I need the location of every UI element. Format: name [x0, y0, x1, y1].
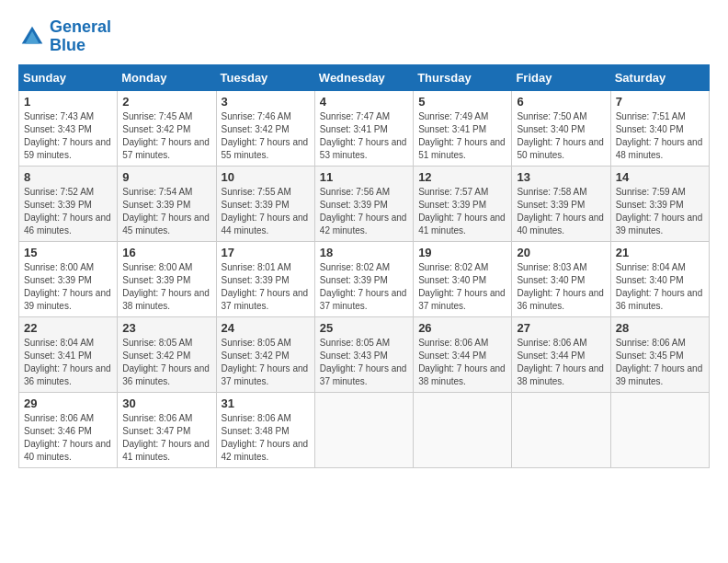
sunrise-label: Sunrise: 8:06 AM: [418, 338, 488, 348]
calendar-header-row: SundayMondayTuesdayWednesdayThursdayFrid…: [19, 64, 710, 90]
day-info: Sunrise: 7:50 AM Sunset: 3:40 PM Dayligh…: [517, 110, 605, 162]
daylight-label: Daylight: 7 hours and 48 minutes.: [616, 137, 703, 160]
calendar-cell: 2 Sunrise: 7:45 AM Sunset: 3:42 PM Dayli…: [118, 90, 216, 166]
day-info: Sunrise: 8:05 AM Sunset: 3:43 PM Dayligh…: [320, 337, 408, 388]
day-number: 6: [517, 95, 605, 109]
day-info: Sunrise: 7:59 AM Sunset: 3:39 PM Dayligh…: [616, 186, 704, 237]
daylight-label: Daylight: 7 hours and 42 minutes.: [222, 439, 309, 462]
daylight-label: Daylight: 7 hours and 45 minutes.: [122, 213, 210, 236]
calendar-cell: 13 Sunrise: 7:58 AM Sunset: 3:39 PM Dayl…: [512, 166, 610, 241]
sunset-label: Sunset: 3:41 PM: [418, 124, 486, 134]
sunrise-label: Sunrise: 7:59 AM: [616, 187, 686, 197]
calendar-cell: 17 Sunrise: 8:01 AM Sunset: 3:39 PM Dayl…: [216, 241, 314, 316]
sunrise-label: Sunrise: 7:54 AM: [122, 187, 192, 197]
day-info: Sunrise: 8:06 AM Sunset: 3:44 PM Dayligh…: [517, 337, 605, 388]
daylight-label: Daylight: 7 hours and 46 minutes.: [24, 213, 111, 236]
sunrise-label: Sunrise: 8:06 AM: [616, 338, 686, 348]
daylight-label: Daylight: 7 hours and 53 minutes.: [320, 137, 407, 160]
calendar-week-row: 29 Sunrise: 8:06 AM Sunset: 3:46 PM Dayl…: [19, 392, 710, 467]
day-number: 30: [122, 396, 210, 410]
sunset-label: Sunset: 3:40 PM: [616, 124, 684, 134]
day-number: 16: [122, 246, 210, 259]
day-number: 9: [122, 170, 210, 184]
day-number: 27: [517, 321, 605, 335]
day-number: 7: [616, 95, 704, 109]
sunrise-label: Sunrise: 8:00 AM: [122, 262, 192, 272]
logo-text: General Blue: [50, 18, 111, 55]
sunrise-label: Sunrise: 8:06 AM: [517, 338, 586, 348]
sunset-label: Sunset: 3:46 PM: [24, 426, 92, 436]
day-info: Sunrise: 7:46 AM Sunset: 3:42 PM Dayligh…: [222, 110, 310, 162]
day-number: 28: [616, 321, 704, 335]
sunset-label: Sunset: 3:39 PM: [24, 200, 92, 210]
daylight-label: Daylight: 7 hours and 36 minutes.: [122, 363, 210, 386]
day-info: Sunrise: 7:47 AM Sunset: 3:41 PM Dayligh…: [320, 110, 408, 162]
sunrise-label: Sunrise: 8:02 AM: [418, 262, 488, 272]
day-info: Sunrise: 7:45 AM Sunset: 3:42 PM Dayligh…: [122, 110, 210, 162]
weekday-header: Tuesday: [216, 64, 314, 90]
sunset-label: Sunset: 3:44 PM: [418, 350, 486, 361]
day-number: 3: [222, 95, 310, 109]
day-number: 4: [320, 95, 408, 109]
daylight-label: Daylight: 7 hours and 50 minutes.: [517, 137, 604, 160]
calendar-cell: 22 Sunrise: 8:04 AM Sunset: 3:41 PM Dayl…: [19, 316, 118, 392]
sunset-label: Sunset: 3:39 PM: [418, 200, 486, 210]
day-number: 17: [222, 246, 310, 259]
sunset-label: Sunset: 3:42 PM: [122, 124, 190, 134]
daylight-label: Daylight: 7 hours and 38 minutes.: [122, 288, 210, 311]
day-number: 15: [24, 246, 112, 259]
page-header: General Blue: [18, 18, 710, 55]
calendar-cell: 24 Sunrise: 8:05 AM Sunset: 3:42 PM Dayl…: [216, 316, 314, 392]
calendar-cell: 12 Sunrise: 7:57 AM Sunset: 3:39 PM Dayl…: [414, 166, 512, 241]
logo-icon: [18, 23, 46, 51]
sunset-label: Sunset: 3:42 PM: [222, 350, 290, 361]
sunset-label: Sunset: 3:40 PM: [517, 275, 585, 285]
calendar-week-row: 8 Sunrise: 7:52 AM Sunset: 3:39 PM Dayli…: [19, 166, 710, 241]
sunrise-label: Sunrise: 7:51 AM: [616, 111, 686, 121]
daylight-label: Daylight: 7 hours and 40 minutes.: [517, 213, 604, 236]
day-info: Sunrise: 7:51 AM Sunset: 3:40 PM Dayligh…: [616, 110, 704, 162]
day-number: 14: [616, 170, 704, 184]
day-number: 31: [222, 396, 310, 410]
calendar-cell: [414, 392, 512, 467]
sunset-label: Sunset: 3:39 PM: [320, 200, 388, 210]
calendar-cell: 5 Sunrise: 7:49 AM Sunset: 3:41 PM Dayli…: [414, 90, 512, 166]
day-number: 23: [122, 321, 210, 335]
weekday-header: Wednesday: [314, 64, 413, 90]
day-info: Sunrise: 7:57 AM Sunset: 3:39 PM Dayligh…: [418, 186, 506, 237]
daylight-label: Daylight: 7 hours and 39 minutes.: [616, 213, 703, 236]
day-number: 25: [320, 321, 408, 335]
day-number: 29: [24, 396, 112, 410]
daylight-label: Daylight: 7 hours and 36 minutes.: [24, 363, 111, 386]
sunrise-label: Sunrise: 8:04 AM: [24, 338, 94, 348]
daylight-label: Daylight: 7 hours and 37 minutes.: [320, 363, 407, 386]
daylight-label: Daylight: 7 hours and 41 minutes.: [418, 213, 506, 236]
daylight-label: Daylight: 7 hours and 55 minutes.: [222, 137, 309, 160]
calendar-cell: 8 Sunrise: 7:52 AM Sunset: 3:39 PM Dayli…: [19, 166, 118, 241]
calendar-cell: [610, 392, 709, 467]
sunrise-label: Sunrise: 8:06 AM: [222, 413, 291, 423]
day-number: 24: [222, 321, 310, 335]
daylight-label: Daylight: 7 hours and 37 minutes.: [418, 288, 506, 311]
daylight-label: Daylight: 7 hours and 40 minutes.: [24, 439, 111, 462]
day-number: 11: [320, 170, 408, 184]
calendar-week-row: 15 Sunrise: 8:00 AM Sunset: 3:39 PM Dayl…: [19, 241, 710, 316]
calendar-cell: 1 Sunrise: 7:43 AM Sunset: 3:43 PM Dayli…: [19, 90, 118, 166]
calendar-cell: 10 Sunrise: 7:55 AM Sunset: 3:39 PM Dayl…: [216, 166, 314, 241]
calendar-week-row: 22 Sunrise: 8:04 AM Sunset: 3:41 PM Dayl…: [19, 316, 710, 392]
sunrise-label: Sunrise: 7:49 AM: [418, 111, 488, 121]
calendar-cell: 21 Sunrise: 8:04 AM Sunset: 3:40 PM Dayl…: [610, 241, 709, 316]
sunset-label: Sunset: 3:39 PM: [616, 200, 684, 210]
sunrise-label: Sunrise: 7:57 AM: [418, 187, 488, 197]
sunset-label: Sunset: 3:42 PM: [122, 350, 190, 361]
logo: General Blue: [18, 18, 111, 55]
calendar-cell: 3 Sunrise: 7:46 AM Sunset: 3:42 PM Dayli…: [216, 90, 314, 166]
daylight-label: Daylight: 7 hours and 42 minutes.: [320, 213, 407, 236]
weekday-header: Friday: [512, 64, 610, 90]
day-info: Sunrise: 8:05 AM Sunset: 3:42 PM Dayligh…: [122, 337, 210, 388]
calendar-cell: 16 Sunrise: 8:00 AM Sunset: 3:39 PM Dayl…: [118, 241, 216, 316]
day-number: 13: [517, 170, 605, 184]
day-info: Sunrise: 8:00 AM Sunset: 3:39 PM Dayligh…: [24, 261, 112, 313]
calendar-cell: 11 Sunrise: 7:56 AM Sunset: 3:39 PM Dayl…: [314, 166, 413, 241]
calendar-cell: 23 Sunrise: 8:05 AM Sunset: 3:42 PM Dayl…: [118, 316, 216, 392]
